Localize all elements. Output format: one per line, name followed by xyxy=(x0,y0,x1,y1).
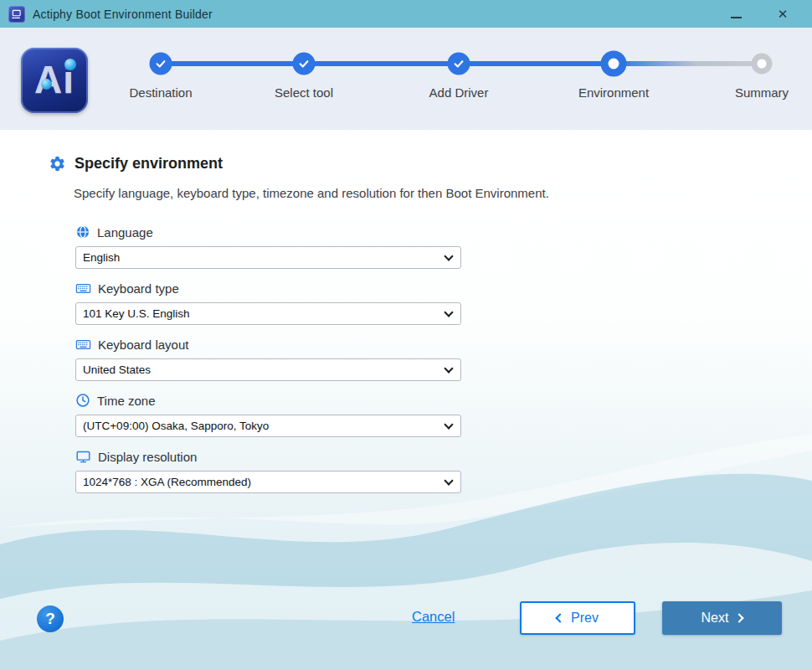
check-icon xyxy=(453,58,465,70)
step-select-tool: Select tool xyxy=(241,28,367,130)
display-resolution-label-row: Display resolution xyxy=(75,449,461,464)
page-header: Specify environment xyxy=(49,155,223,173)
page-description: Specify language, keyboard type, timezon… xyxy=(74,186,549,200)
keyboard-type-label-row: Keyboard type xyxy=(75,281,461,296)
prev-button-label: Prev xyxy=(571,611,599,626)
monitor-icon xyxy=(75,449,91,465)
time-zone-field-group: Time zone (UTC+09:00) Osaka, Sapporo, To… xyxy=(75,393,461,437)
display-resolution-select-wrap: 1024*768 : XGA (Recommended) xyxy=(75,471,461,493)
keyboard-type-select[interactable]: 101 Key U.S. English xyxy=(75,302,461,325)
field-label: Time zone xyxy=(97,394,155,408)
step-completed-icon xyxy=(293,53,316,75)
display-resolution-field-group: Display resolution 1024*768 : XGA (Recom… xyxy=(75,449,461,493)
field-label: Language xyxy=(97,225,153,240)
language-label-row: Language xyxy=(75,224,461,240)
field-label: Display resolution xyxy=(98,450,197,464)
titlebar: Actiphy Boot Environment Builder ✕ xyxy=(0,0,812,28)
time-zone-label-row: Time zone xyxy=(75,393,461,408)
computer-icon xyxy=(11,8,23,20)
next-button-label: Next xyxy=(702,611,729,626)
environment-form: Language English xyxy=(75,224,461,505)
gear-icon xyxy=(49,155,66,173)
keyboard-type-select-wrap: 101 Key U.S. English xyxy=(75,302,461,325)
time-zone-select[interactable]: (UTC+09:00) Osaka, Sapporo, Tokyo xyxy=(75,415,461,437)
step-label: Select tool xyxy=(241,85,367,100)
check-icon xyxy=(155,58,167,70)
app-window: Actiphy Boot Environment Builder ✕ Ai xyxy=(0,0,812,670)
wizard-stepper: Ai Destination Select tool xyxy=(0,28,812,130)
step-summary: Summary xyxy=(699,28,812,130)
step-label: Summary xyxy=(699,85,812,100)
time-zone-select-wrap: (UTC+09:00) Osaka, Sapporo, Tokyo xyxy=(75,415,461,437)
chevron-left-icon xyxy=(555,613,564,622)
actiphy-logo: Ai xyxy=(21,48,88,113)
prev-button[interactable]: Prev xyxy=(520,601,635,635)
close-button[interactable]: ✕ xyxy=(773,5,792,23)
step-label: Add Driver xyxy=(396,85,522,100)
step-label: Destination xyxy=(98,85,224,100)
step-label: Environment xyxy=(551,85,676,100)
step-destination: Destination xyxy=(98,28,224,130)
minimize-button[interactable] xyxy=(727,5,745,23)
minimize-icon xyxy=(731,17,742,18)
keyboard-layout-field-group: Keyboard layout United States xyxy=(75,337,461,381)
question-mark-icon: ? xyxy=(45,610,55,628)
keyboard-layout-select-wrap: United States xyxy=(75,358,461,381)
step-upcoming-icon xyxy=(752,54,773,75)
logo-dot-i xyxy=(64,59,76,70)
page-title: Specify environment xyxy=(75,155,223,173)
language-select-wrap: English xyxy=(75,246,461,269)
step-environment: Environment xyxy=(551,28,676,130)
keyboard-icon xyxy=(75,337,91,353)
keyboard-layout-select[interactable]: United States xyxy=(75,358,461,381)
cancel-link[interactable]: Cancel xyxy=(412,609,455,625)
logo-text: Ai xyxy=(21,48,88,111)
step-current-icon xyxy=(601,51,627,77)
step-add-driver: Add Driver xyxy=(396,28,522,130)
window-controls: ✕ xyxy=(727,5,804,23)
keyboard-icon xyxy=(75,281,91,296)
logo-dot-a xyxy=(41,79,52,90)
language-select[interactable]: English xyxy=(75,246,461,269)
step-completed-icon xyxy=(448,53,470,75)
keyboard-layout-label-row: Keyboard layout xyxy=(75,337,461,352)
main-content: Specify environment Specify language, ke… xyxy=(0,130,812,670)
help-button[interactable]: ? xyxy=(37,606,64,632)
globe-icon xyxy=(75,224,90,240)
app-icon xyxy=(8,6,25,23)
window-title: Actiphy Boot Environment Builder xyxy=(33,8,213,21)
step-completed-icon xyxy=(150,53,172,75)
next-button[interactable]: Next xyxy=(662,601,782,635)
display-resolution-select[interactable]: 1024*768 : XGA (Recommended) xyxy=(75,471,461,493)
field-label: Keyboard layout xyxy=(98,338,188,352)
chevron-right-icon xyxy=(735,613,744,622)
keyboard-type-field-group: Keyboard type 101 Key U.S. English xyxy=(75,281,461,325)
field-label: Keyboard type xyxy=(98,281,179,296)
close-icon: ✕ xyxy=(778,7,789,22)
clock-icon xyxy=(75,393,90,408)
check-icon xyxy=(298,58,311,70)
language-field-group: Language English xyxy=(75,224,461,269)
